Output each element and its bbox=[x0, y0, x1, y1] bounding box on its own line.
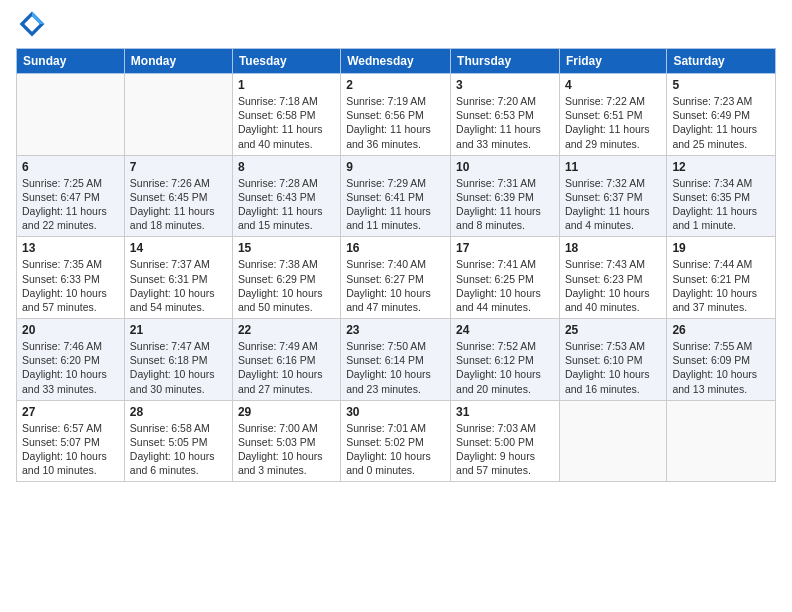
day-number: 1 bbox=[238, 78, 335, 92]
day-number: 26 bbox=[672, 323, 770, 337]
day-info: Sunrise: 7:00 AMSunset: 5:03 PMDaylight:… bbox=[238, 421, 335, 478]
day-number: 4 bbox=[565, 78, 661, 92]
calendar-cell: 7Sunrise: 7:26 AMSunset: 6:45 PMDaylight… bbox=[124, 155, 232, 237]
weekday-header-wednesday: Wednesday bbox=[341, 49, 451, 74]
day-number: 8 bbox=[238, 160, 335, 174]
logo-icon bbox=[18, 10, 46, 38]
calendar-cell: 31Sunrise: 7:03 AMSunset: 5:00 PMDayligh… bbox=[451, 400, 560, 482]
day-number: 15 bbox=[238, 241, 335, 255]
calendar-cell bbox=[17, 74, 125, 156]
calendar-cell: 5Sunrise: 7:23 AMSunset: 6:49 PMDaylight… bbox=[667, 74, 776, 156]
day-info: Sunrise: 7:01 AMSunset: 5:02 PMDaylight:… bbox=[346, 421, 445, 478]
weekday-header-thursday: Thursday bbox=[451, 49, 560, 74]
day-info: Sunrise: 7:34 AMSunset: 6:35 PMDaylight:… bbox=[672, 176, 770, 233]
calendar-cell: 28Sunrise: 6:58 AMSunset: 5:05 PMDayligh… bbox=[124, 400, 232, 482]
calendar-cell: 30Sunrise: 7:01 AMSunset: 5:02 PMDayligh… bbox=[341, 400, 451, 482]
day-info: Sunrise: 7:41 AMSunset: 6:25 PMDaylight:… bbox=[456, 257, 554, 314]
day-number: 28 bbox=[130, 405, 227, 419]
week-row-3: 13Sunrise: 7:35 AMSunset: 6:33 PMDayligh… bbox=[17, 237, 776, 319]
calendar-cell: 6Sunrise: 7:25 AMSunset: 6:47 PMDaylight… bbox=[17, 155, 125, 237]
day-number: 14 bbox=[130, 241, 227, 255]
calendar-cell: 11Sunrise: 7:32 AMSunset: 6:37 PMDayligh… bbox=[559, 155, 666, 237]
day-number: 3 bbox=[456, 78, 554, 92]
day-info: Sunrise: 7:18 AMSunset: 6:58 PMDaylight:… bbox=[238, 94, 335, 151]
day-info: Sunrise: 7:40 AMSunset: 6:27 PMDaylight:… bbox=[346, 257, 445, 314]
weekday-header-sunday: Sunday bbox=[17, 49, 125, 74]
calendar-cell: 29Sunrise: 7:00 AMSunset: 5:03 PMDayligh… bbox=[232, 400, 340, 482]
day-number: 21 bbox=[130, 323, 227, 337]
calendar-cell bbox=[559, 400, 666, 482]
day-info: Sunrise: 7:44 AMSunset: 6:21 PMDaylight:… bbox=[672, 257, 770, 314]
day-number: 6 bbox=[22, 160, 119, 174]
day-number: 19 bbox=[672, 241, 770, 255]
day-number: 22 bbox=[238, 323, 335, 337]
calendar-cell: 22Sunrise: 7:49 AMSunset: 6:16 PMDayligh… bbox=[232, 319, 340, 401]
day-number: 23 bbox=[346, 323, 445, 337]
calendar-cell: 16Sunrise: 7:40 AMSunset: 6:27 PMDayligh… bbox=[341, 237, 451, 319]
day-info: Sunrise: 7:03 AMSunset: 5:00 PMDaylight:… bbox=[456, 421, 554, 478]
weekday-header-monday: Monday bbox=[124, 49, 232, 74]
weekday-header-friday: Friday bbox=[559, 49, 666, 74]
calendar-cell: 9Sunrise: 7:29 AMSunset: 6:41 PMDaylight… bbox=[341, 155, 451, 237]
day-info: Sunrise: 7:37 AMSunset: 6:31 PMDaylight:… bbox=[130, 257, 227, 314]
day-number: 16 bbox=[346, 241, 445, 255]
calendar-cell: 1Sunrise: 7:18 AMSunset: 6:58 PMDaylight… bbox=[232, 74, 340, 156]
day-info: Sunrise: 7:31 AMSunset: 6:39 PMDaylight:… bbox=[456, 176, 554, 233]
calendar-cell: 25Sunrise: 7:53 AMSunset: 6:10 PMDayligh… bbox=[559, 319, 666, 401]
calendar-cell: 13Sunrise: 7:35 AMSunset: 6:33 PMDayligh… bbox=[17, 237, 125, 319]
calendar: SundayMondayTuesdayWednesdayThursdayFrid… bbox=[16, 48, 776, 482]
day-number: 10 bbox=[456, 160, 554, 174]
day-info: Sunrise: 7:35 AMSunset: 6:33 PMDaylight:… bbox=[22, 257, 119, 314]
weekday-header-row: SundayMondayTuesdayWednesdayThursdayFrid… bbox=[17, 49, 776, 74]
calendar-cell: 8Sunrise: 7:28 AMSunset: 6:43 PMDaylight… bbox=[232, 155, 340, 237]
week-row-4: 20Sunrise: 7:46 AMSunset: 6:20 PMDayligh… bbox=[17, 319, 776, 401]
day-info: Sunrise: 7:52 AMSunset: 6:12 PMDaylight:… bbox=[456, 339, 554, 396]
calendar-cell: 18Sunrise: 7:43 AMSunset: 6:23 PMDayligh… bbox=[559, 237, 666, 319]
weekday-header-tuesday: Tuesday bbox=[232, 49, 340, 74]
weekday-header-saturday: Saturday bbox=[667, 49, 776, 74]
day-info: Sunrise: 7:43 AMSunset: 6:23 PMDaylight:… bbox=[565, 257, 661, 314]
day-info: Sunrise: 7:29 AMSunset: 6:41 PMDaylight:… bbox=[346, 176, 445, 233]
calendar-cell: 21Sunrise: 7:47 AMSunset: 6:18 PMDayligh… bbox=[124, 319, 232, 401]
day-info: Sunrise: 7:38 AMSunset: 6:29 PMDaylight:… bbox=[238, 257, 335, 314]
day-number: 7 bbox=[130, 160, 227, 174]
day-number: 13 bbox=[22, 241, 119, 255]
day-number: 17 bbox=[456, 241, 554, 255]
calendar-cell: 19Sunrise: 7:44 AMSunset: 6:21 PMDayligh… bbox=[667, 237, 776, 319]
day-number: 27 bbox=[22, 405, 119, 419]
calendar-cell: 17Sunrise: 7:41 AMSunset: 6:25 PMDayligh… bbox=[451, 237, 560, 319]
header bbox=[16, 10, 776, 42]
day-info: Sunrise: 7:49 AMSunset: 6:16 PMDaylight:… bbox=[238, 339, 335, 396]
day-info: Sunrise: 7:32 AMSunset: 6:37 PMDaylight:… bbox=[565, 176, 661, 233]
calendar-cell: 2Sunrise: 7:19 AMSunset: 6:56 PMDaylight… bbox=[341, 74, 451, 156]
logo bbox=[16, 10, 50, 42]
calendar-cell: 4Sunrise: 7:22 AMSunset: 6:51 PMDaylight… bbox=[559, 74, 666, 156]
calendar-cell: 12Sunrise: 7:34 AMSunset: 6:35 PMDayligh… bbox=[667, 155, 776, 237]
calendar-cell: 15Sunrise: 7:38 AMSunset: 6:29 PMDayligh… bbox=[232, 237, 340, 319]
day-info: Sunrise: 7:53 AMSunset: 6:10 PMDaylight:… bbox=[565, 339, 661, 396]
page: SundayMondayTuesdayWednesdayThursdayFrid… bbox=[0, 0, 792, 612]
day-number: 25 bbox=[565, 323, 661, 337]
day-info: Sunrise: 7:47 AMSunset: 6:18 PMDaylight:… bbox=[130, 339, 227, 396]
day-number: 20 bbox=[22, 323, 119, 337]
calendar-cell: 3Sunrise: 7:20 AMSunset: 6:53 PMDaylight… bbox=[451, 74, 560, 156]
day-info: Sunrise: 7:28 AMSunset: 6:43 PMDaylight:… bbox=[238, 176, 335, 233]
day-number: 5 bbox=[672, 78, 770, 92]
day-number: 29 bbox=[238, 405, 335, 419]
day-info: Sunrise: 7:25 AMSunset: 6:47 PMDaylight:… bbox=[22, 176, 119, 233]
day-info: Sunrise: 7:46 AMSunset: 6:20 PMDaylight:… bbox=[22, 339, 119, 396]
day-info: Sunrise: 6:58 AMSunset: 5:05 PMDaylight:… bbox=[130, 421, 227, 478]
week-row-5: 27Sunrise: 6:57 AMSunset: 5:07 PMDayligh… bbox=[17, 400, 776, 482]
calendar-cell bbox=[124, 74, 232, 156]
day-number: 18 bbox=[565, 241, 661, 255]
calendar-cell: 10Sunrise: 7:31 AMSunset: 6:39 PMDayligh… bbox=[451, 155, 560, 237]
day-info: Sunrise: 7:22 AMSunset: 6:51 PMDaylight:… bbox=[565, 94, 661, 151]
calendar-cell: 14Sunrise: 7:37 AMSunset: 6:31 PMDayligh… bbox=[124, 237, 232, 319]
day-info: Sunrise: 7:19 AMSunset: 6:56 PMDaylight:… bbox=[346, 94, 445, 151]
calendar-cell bbox=[667, 400, 776, 482]
day-number: 2 bbox=[346, 78, 445, 92]
calendar-cell: 27Sunrise: 6:57 AMSunset: 5:07 PMDayligh… bbox=[17, 400, 125, 482]
calendar-cell: 23Sunrise: 7:50 AMSunset: 6:14 PMDayligh… bbox=[341, 319, 451, 401]
day-number: 24 bbox=[456, 323, 554, 337]
day-info: Sunrise: 7:26 AMSunset: 6:45 PMDaylight:… bbox=[130, 176, 227, 233]
